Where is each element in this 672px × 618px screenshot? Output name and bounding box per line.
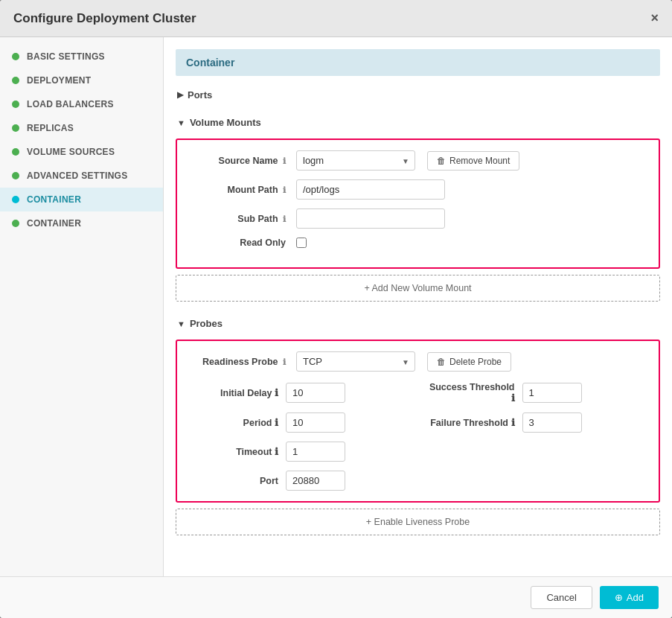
volume-mount-box: Source Name ℹ logm data config ▼ xyxy=(176,138,660,269)
mount-path-input[interactable] xyxy=(296,179,445,200)
success-threshold-info-icon: ℹ xyxy=(511,393,515,404)
sub-path-input[interactable] xyxy=(296,208,445,229)
probe-grid: Initial Delay ℹ Success Threshold ℹ xyxy=(189,382,647,462)
readiness-probe-select[interactable]: TCP HTTP EXEC xyxy=(296,351,415,372)
modal-overlay: Configure Deployment Cluster × BASIC SET… xyxy=(0,0,672,618)
delete-probe-button[interactable]: 🗑 Delete Probe xyxy=(427,352,511,372)
remove-mount-button[interactable]: 🗑 Remove Mount xyxy=(427,151,519,171)
initial-delay-info-icon: ℹ xyxy=(275,388,278,398)
sidebar-dot-volume-sources xyxy=(12,148,19,156)
sidebar-item-advanced-settings[interactable]: ADVANCED SETTINGS xyxy=(0,164,163,188)
main-content: Container ▶ Ports ▼ Volume Mounts xyxy=(164,37,672,576)
modal: Configure Deployment Cluster × BASIC SET… xyxy=(0,0,672,618)
sidebar-dot-container-1 xyxy=(12,196,19,203)
sub-path-info-icon: ℹ xyxy=(283,214,286,223)
probes-section: ▼ Probes Readiness Probe ℹ xyxy=(176,313,660,535)
add-volume-mount-button[interactable]: + Add New Volume Mount xyxy=(176,275,660,302)
success-threshold-field: Success Threshold ℹ xyxy=(426,382,647,404)
failure-threshold-label: Failure Threshold ℹ xyxy=(426,417,515,428)
sidebar-dot-container-2 xyxy=(12,220,19,227)
modal-body: BASIC SETTINGSDEPLOYMENTLOAD BALANCERSRE… xyxy=(0,37,672,576)
sidebar-item-container-1[interactable]: CONTAINER xyxy=(0,188,163,211)
probes-header[interactable]: ▼ Probes xyxy=(176,313,660,334)
success-threshold-label: Success Threshold ℹ xyxy=(426,382,515,404)
modal-footer: Cancel ⊕ Add xyxy=(0,576,672,618)
sidebar-label-replicas: REPLICAS xyxy=(27,123,74,133)
initial-delay-input[interactable] xyxy=(286,383,345,403)
enable-liveness-probe-button[interactable]: + Enable Liveness Probe xyxy=(176,509,660,535)
failure-threshold-field: Failure Threshold ℹ xyxy=(426,412,647,433)
read-only-checkbox[interactable] xyxy=(296,238,307,248)
success-threshold-input[interactable] xyxy=(522,383,582,403)
sidebar-dot-load-balancers xyxy=(12,101,19,108)
section-header: Container xyxy=(176,49,660,76)
period-label: Period ℹ xyxy=(189,417,278,428)
sidebar-item-container-2[interactable]: CONTAINER xyxy=(0,211,163,235)
modal-title: Configure Deployment Cluster xyxy=(13,11,196,26)
sidebar: BASIC SETTINGSDEPLOYMENTLOAD BALANCERSRE… xyxy=(0,37,164,576)
readiness-probe-select-wrap: TCP HTTP EXEC ▼ xyxy=(296,351,415,372)
failure-threshold-info-icon: ℹ xyxy=(511,418,515,428)
timeout-info-icon: ℹ xyxy=(275,447,278,457)
source-name-info-icon: ℹ xyxy=(283,156,286,165)
sub-path-label: Sub Path ℹ xyxy=(189,214,286,224)
ports-label: Ports xyxy=(188,89,212,101)
sidebar-item-load-balancers[interactable]: LOAD BALANCERS xyxy=(0,92,163,116)
sidebar-item-deployment[interactable]: DEPLOYMENT xyxy=(0,69,163,92)
port-row: Port xyxy=(189,471,647,491)
ports-arrow: ▶ xyxy=(177,90,183,100)
sidebar-dot-replicas xyxy=(12,124,19,132)
close-button[interactable]: × xyxy=(650,10,659,26)
timeout-input[interactable] xyxy=(286,442,345,462)
sidebar-label-container-2: CONTAINER xyxy=(27,218,81,229)
sidebar-dot-basic-settings xyxy=(12,53,19,60)
volume-mounts-label: Volume Mounts xyxy=(190,117,261,128)
sidebar-label-load-balancers: LOAD BALANCERS xyxy=(27,99,114,109)
sidebar-label-volume-sources: VOLUME SOURCES xyxy=(27,147,115,157)
delete-trash-icon: 🗑 xyxy=(437,357,446,367)
sidebar-item-replicas[interactable]: REPLICAS xyxy=(0,116,163,140)
readiness-probe-info-icon: ℹ xyxy=(283,357,286,366)
timeout-field: Timeout ℹ xyxy=(189,442,411,462)
sidebar-label-deployment: DEPLOYMENT xyxy=(27,75,91,86)
mount-path-label: Mount Path ℹ xyxy=(189,185,286,195)
sidebar-label-container-1: CONTAINER xyxy=(27,194,81,205)
sub-path-row: Sub Path ℹ xyxy=(189,208,647,229)
readiness-probe-label: Readiness Probe ℹ xyxy=(189,357,286,367)
port-input[interactable] xyxy=(286,471,345,491)
add-button[interactable]: ⊕ Add xyxy=(600,586,659,609)
failure-threshold-input[interactable] xyxy=(522,412,582,433)
source-name-label: Source Name ℹ xyxy=(189,156,286,166)
sidebar-label-advanced-settings: ADVANCED SETTINGS xyxy=(27,171,128,181)
volume-mounts-header[interactable]: ▼ Volume Mounts xyxy=(176,112,660,133)
sidebar-item-volume-sources[interactable]: VOLUME SOURCES xyxy=(0,140,163,164)
volume-mounts-arrow: ▼ xyxy=(177,118,185,127)
source-name-row: Source Name ℹ logm data config ▼ xyxy=(189,150,647,171)
readiness-probe-row: Readiness Probe ℹ TCP HTTP EXEC ▼ xyxy=(189,351,647,372)
ports-header[interactable]: ▶ Ports xyxy=(176,85,660,105)
source-name-select[interactable]: logm data config xyxy=(296,150,415,171)
modal-header: Configure Deployment Cluster × xyxy=(0,0,672,37)
mount-path-row: Mount Path ℹ xyxy=(189,179,647,200)
port-label: Port xyxy=(189,476,278,486)
read-only-label: Read Only xyxy=(189,238,286,248)
add-icon: ⊕ xyxy=(615,592,623,603)
trash-icon: 🗑 xyxy=(437,156,446,166)
initial-delay-field: Initial Delay ℹ xyxy=(189,382,411,404)
sidebar-dot-advanced-settings xyxy=(12,172,19,179)
add-label: Add xyxy=(627,592,644,603)
probe-box: Readiness Probe ℹ TCP HTTP EXEC ▼ xyxy=(176,340,660,503)
probes-arrow: ▼ xyxy=(177,319,185,328)
initial-delay-label: Initial Delay ℹ xyxy=(189,387,278,398)
sidebar-label-basic-settings: BASIC SETTINGS xyxy=(27,51,105,62)
ports-collapsible: ▶ Ports xyxy=(176,85,660,105)
sidebar-item-basic-settings[interactable]: BASIC SETTINGS xyxy=(0,45,163,69)
period-input[interactable] xyxy=(286,412,345,433)
volume-mounts-collapsible: ▼ Volume Mounts Source Name ℹ xyxy=(176,112,660,302)
period-field: Period ℹ xyxy=(189,412,411,433)
cancel-button[interactable]: Cancel xyxy=(531,586,592,609)
source-name-select-wrap: logm data config ▼ xyxy=(296,150,415,171)
timeout-label: Timeout ℹ xyxy=(189,446,278,457)
read-only-row: Read Only xyxy=(189,238,647,248)
mount-path-info-icon: ℹ xyxy=(283,185,286,194)
